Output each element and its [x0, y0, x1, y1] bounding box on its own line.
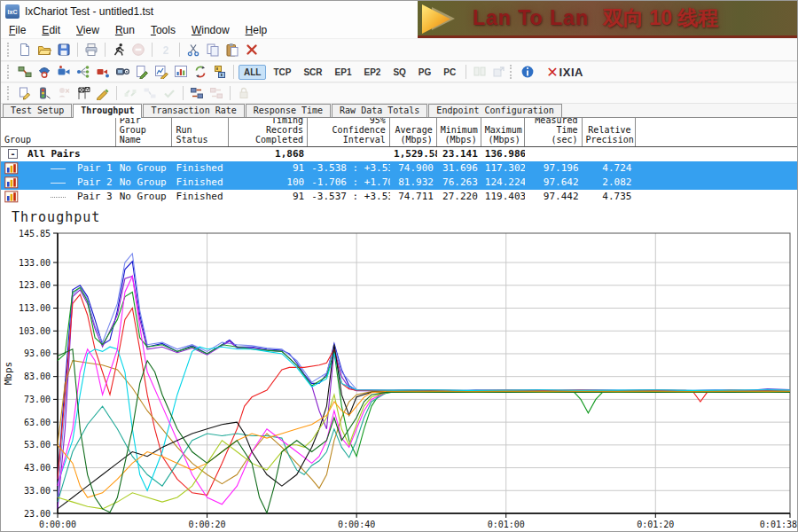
- show-pair-numbers-icon[interactable]: [210, 63, 230, 81]
- filter-button-ep2[interactable]: EP2: [358, 65, 386, 80]
- add-video-multicast-icon[interactable]: [93, 63, 113, 81]
- column-header-measured-time-sec[interactable]: Measured Time (sec): [525, 118, 583, 146]
- delete-icon[interactable]: [242, 41, 262, 59]
- stop-run-icon: [54, 84, 74, 102]
- cell-prec: 2.082: [583, 176, 636, 190]
- chart-series-5: [58, 361, 790, 489]
- svg-text:83.00: 83.00: [24, 372, 51, 381]
- cell-filler: [635, 161, 797, 176]
- chart-series-7: [58, 392, 790, 502]
- cell-pg: No Group: [116, 161, 173, 176]
- paste-icon[interactable]: [223, 41, 242, 59]
- expander-icon[interactable]: -: [8, 149, 18, 159]
- table-row-all-pairs[interactable]: -All Pairs1,8681,529.58123.141136.986: [1, 147, 797, 161]
- tab-transaction-rate[interactable]: Transaction Rate: [143, 104, 244, 117]
- menu-run[interactable]: Run: [107, 23, 143, 37]
- column-header-minimum-mbps[interactable]: Minimum (Mbps): [437, 118, 481, 146]
- column-header-blank[interactable]: [636, 118, 797, 146]
- cell-status: Finished: [173, 176, 230, 190]
- tab-endpoint-configuration[interactable]: Endpoint Configuration: [428, 104, 561, 117]
- filter-button-tcp[interactable]: TCP: [268, 65, 296, 80]
- column-header-95-confidence-interval[interactable]: 95% Confidence Interval: [308, 118, 390, 146]
- print-icon[interactable]: [82, 41, 101, 59]
- edit-run-icon[interactable]: [93, 84, 113, 102]
- chart-series-2: [58, 254, 790, 497]
- app-icon: IxC: [5, 4, 20, 19]
- cell-filler: [635, 147, 797, 161]
- pair-label: Pair 3: [77, 190, 113, 204]
- pair-chart-icon: [4, 162, 19, 175]
- cell-time: 97.196: [525, 161, 583, 176]
- add-pair-icon[interactable]: [15, 63, 35, 81]
- column-header-timing-records-completed[interactable]: Timing Records Completed: [229, 118, 308, 146]
- column-header-group[interactable]: Group: [1, 118, 116, 146]
- chart-series-4: [58, 294, 790, 495]
- filter-button-scr[interactable]: SCR: [298, 65, 327, 80]
- cell-pg: No Group: [116, 176, 173, 190]
- filter-button-pc[interactable]: PC: [438, 65, 461, 80]
- cell-time: 97.642: [525, 176, 583, 190]
- swap-pair-icon[interactable]: [187, 84, 207, 102]
- filter-button-ep1[interactable]: EP1: [330, 65, 357, 80]
- add-video-pair-icon[interactable]: [54, 63, 74, 81]
- edit-pair-icon[interactable]: [132, 63, 152, 81]
- copy-run-icon[interactable]: [15, 84, 35, 102]
- column-header-average-mbps[interactable]: Average (Mbps): [390, 118, 437, 146]
- group-label: All Pairs: [27, 147, 81, 161]
- start-run-icon[interactable]: [35, 84, 54, 102]
- column-header-maximum-mbps[interactable]: Maximum (Mbps): [481, 118, 525, 146]
- cell-avg: 81.932: [390, 176, 437, 190]
- chart-title: Throughput: [12, 209, 100, 225]
- table-row-pair-3[interactable]: Pair 3No GroupFinished91-3.537 : +3.5377…: [1, 190, 797, 204]
- info-icon[interactable]: [518, 63, 537, 81]
- column-header-relative-precision[interactable]: Relative Precision: [583, 118, 636, 146]
- column-header-run-status[interactable]: Run Status: [172, 118, 229, 146]
- menu-view[interactable]: View: [68, 23, 107, 37]
- table-row-pair-1[interactable]: Pair 1No GroupFinished91-3.538 : +3.5387…: [1, 161, 797, 176]
- finish-run-icon[interactable]: [74, 84, 93, 102]
- add-multicast-group-icon[interactable]: [74, 63, 93, 81]
- svg-text:23.00: 23.00: [24, 509, 51, 519]
- toolbar-pairs: ALLTCPSCREP1EP2SQPGPC✕IXIA: [1, 61, 797, 82]
- y-axis-label: Mbps: [3, 362, 14, 386]
- menu-edit[interactable]: Edit: [34, 23, 68, 37]
- verify-icon: [160, 84, 179, 102]
- add-hardware-pair-icon[interactable]: [113, 63, 132, 81]
- edit-chart-icon[interactable]: [152, 63, 171, 81]
- cell-time: [525, 147, 583, 161]
- run-test-icon[interactable]: [109, 41, 129, 59]
- save-file-icon[interactable]: [54, 41, 74, 59]
- menu-window[interactable]: Window: [184, 23, 238, 37]
- ixia-logo: ✕IXIA: [546, 64, 583, 81]
- cell-status: Finished: [173, 190, 230, 204]
- new-document-icon[interactable]: [15, 41, 35, 59]
- table-row-pair-2[interactable]: Pair 2No GroupFinished100-1.706 : +1.706…: [1, 176, 797, 190]
- add-voip-pair-icon[interactable]: [35, 63, 54, 81]
- replicate-pair-icon[interactable]: [191, 63, 210, 81]
- results-table: GroupPair Group NameRun StatusTiming Rec…: [1, 118, 797, 207]
- table-header: GroupPair Group NameRun StatusTiming Rec…: [1, 118, 797, 147]
- toolbar-run: [1, 82, 797, 104]
- filter-button-pg[interactable]: PG: [413, 65, 436, 80]
- open-folder-icon[interactable]: [35, 41, 54, 59]
- cell-timing: 1,868: [229, 147, 308, 161]
- copy-icon[interactable]: [203, 41, 223, 59]
- tab-throughput[interactable]: Throughput: [73, 104, 142, 118]
- cut-icon[interactable]: [184, 41, 203, 59]
- tab-test-setup[interactable]: Test Setup: [3, 104, 72, 117]
- svg-text:0:01:20: 0:01:20: [637, 520, 674, 529]
- cell-max: 136.986: [481, 147, 525, 161]
- cell-avg: 1,529.581: [390, 147, 437, 161]
- column-header-pair-group-name[interactable]: Pair Group Name: [116, 118, 173, 146]
- cell-prec: [583, 147, 636, 161]
- menu-help[interactable]: Help: [238, 23, 276, 37]
- filter-button-all[interactable]: ALL: [239, 65, 266, 80]
- cell-max: 119.403: [481, 190, 525, 204]
- filter-button-sq[interactable]: SQ: [387, 65, 411, 80]
- menu-tools[interactable]: Tools: [143, 23, 184, 37]
- menu-file[interactable]: File: [1, 23, 34, 37]
- view-chart-icon[interactable]: [171, 63, 191, 81]
- tab-raw-data-totals[interactable]: Raw Data Totals: [332, 104, 427, 117]
- svg-text:33.00: 33.00: [24, 486, 51, 496]
- tab-response-time[interactable]: Response Time: [246, 104, 331, 117]
